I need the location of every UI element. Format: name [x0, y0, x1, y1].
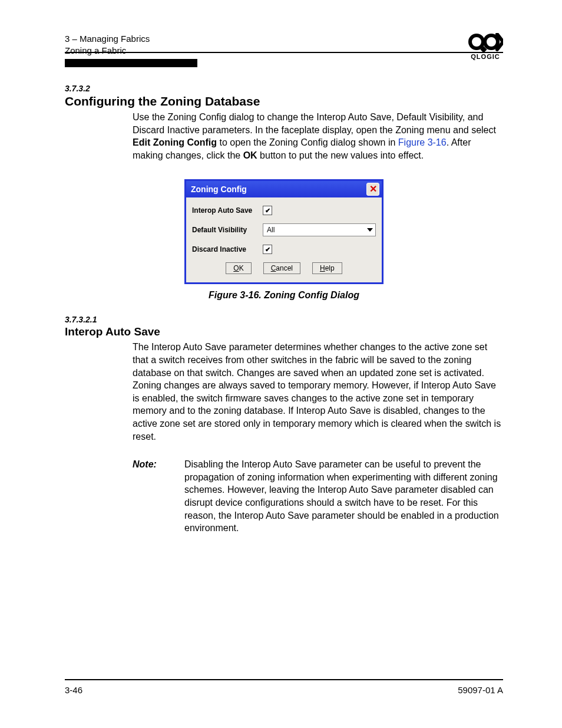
label-discard-inactive: Discard Inactive [192, 245, 263, 253]
row-discard-inactive: Discard Inactive ✔ [192, 245, 376, 254]
row-default-visibility: Default Visibility All [192, 223, 376, 236]
logo-text: QLOGIC [468, 53, 503, 60]
label-interop-auto-save: Interop Auto Save [192, 206, 263, 215]
dialog-titlebar: Zoning Config ✕ [186, 181, 382, 197]
svg-point-0 [470, 35, 483, 48]
subsection-title: Interop Auto Save [65, 325, 503, 338]
figure-container: Zoning Config ✕ Interop Auto Save ✔ Defa… [65, 179, 503, 284]
note-block: Note: Disabling the Interop Auto Save pa… [133, 458, 503, 535]
row-interop-auto-save: Interop Auto Save ✔ [192, 206, 376, 215]
dialog-title: Zoning Config [191, 185, 247, 194]
btn-text: ancel [276, 264, 293, 272]
subsection-paragraph: The Interop Auto Save parameter determin… [133, 341, 503, 443]
dropdown-value: All [267, 226, 275, 234]
document-id: 59097-01 A [458, 685, 503, 695]
subsection-number: 3.7.3.2.1 [65, 315, 503, 324]
section-paragraph: Use the Zoning Config dialog to change t… [133, 111, 503, 162]
page-footer: 3-46 59097-01 A [65, 679, 503, 695]
qlogic-logo: QLOGIC [468, 33, 503, 60]
dialog-body: Interop Auto Save ✔ Default Visibility A… [186, 197, 382, 282]
page-header: 3 – Managing Fabrics Zoning a Fabric QLO… [65, 33, 503, 60]
close-icon[interactable]: ✕ [366, 183, 379, 196]
section-number: 3.7.3.2 [65, 84, 503, 93]
figure-link[interactable]: Figure 3-16 [398, 137, 447, 147]
mnemonic: O [233, 264, 239, 272]
check-mark-icon: ✔ [265, 246, 270, 253]
ok-button[interactable]: OK [226, 262, 251, 274]
page-number: 3-46 [65, 685, 82, 695]
note-label: Note: [133, 458, 184, 535]
btn-text: elp [325, 264, 335, 272]
qlogic-logo-icon [468, 33, 503, 53]
header-black-bar [65, 59, 197, 67]
checkbox-discard-inactive[interactable]: ✔ [263, 245, 272, 254]
para-text: to open the Zoning Config dialog shown i… [217, 137, 398, 147]
para-text: Use the Zoning Config dialog to change t… [133, 112, 496, 135]
para-bold-edit-zoning: Edit Zoning Config [133, 137, 217, 147]
figure-caption: Figure 3-16. Zoning Config Dialog [65, 290, 503, 301]
section-title: Configuring the Zoning Database [65, 94, 503, 108]
label-default-visibility: Default Visibility [192, 226, 263, 234]
help-button[interactable]: Help [312, 262, 342, 274]
cancel-button[interactable]: Cancel [263, 262, 300, 274]
btn-text: K [239, 264, 244, 272]
para-text: button to put the new values into effect… [257, 150, 424, 160]
checkbox-interop-auto-save[interactable]: ✔ [263, 206, 272, 215]
note-text: Disabling the Interop Auto Save paramete… [184, 458, 503, 535]
para-bold-ok: OK [243, 150, 257, 160]
zoning-config-dialog: Zoning Config ✕ Interop Auto Save ✔ Defa… [184, 179, 384, 284]
section-line: Zoning a Fabric [65, 45, 150, 57]
header-breadcrumb: 3 – Managing Fabrics Zoning a Fabric [65, 33, 150, 57]
svg-point-1 [485, 35, 498, 48]
mnemonic: H [320, 264, 325, 272]
chapter-line: 3 – Managing Fabrics [65, 33, 150, 45]
dialog-button-row: OK Cancel Help [192, 262, 376, 274]
subsection: 3.7.3.2.1 Interop Auto Save The Interop … [65, 315, 503, 443]
check-mark-icon: ✔ [265, 207, 270, 215]
dropdown-default-visibility[interactable]: All [263, 223, 376, 236]
chevron-down-icon [367, 228, 373, 232]
